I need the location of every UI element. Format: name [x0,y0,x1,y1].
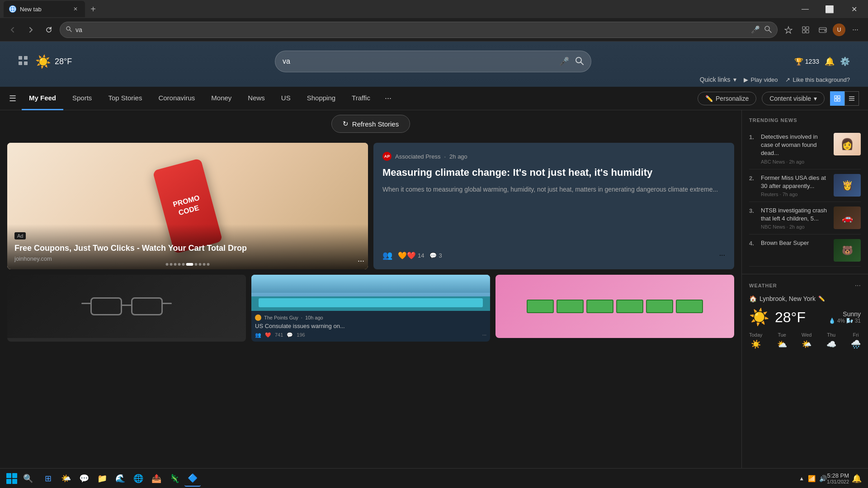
reaction-count: 14 [418,252,424,259]
comment-button[interactable]: 💬 3 [429,252,442,259]
taskbar-arrow-icon[interactable]: ▲ [799,475,804,482]
tab-myfeed[interactable]: My Feed [22,87,63,110]
grid-view-button[interactable] [830,91,844,106]
taskbar-edge[interactable]: 🌊 [112,470,128,487]
trending-headline-3: NTSB investigating crash that left 4 chi… [761,206,829,223]
content-visible-button[interactable]: Content visible ▾ [762,92,825,105]
weather-section: WEATHER ··· 🏠 Lynbrook, New York ✏️ ☀️ 2… [742,274,868,358]
weather-left: ☀️ 28°F [749,308,806,327]
travel-more-btn[interactable]: ··· [482,332,486,338]
mic-search-icon[interactable]: 🎤 [559,56,569,66]
tab-shopping[interactable]: Shopping [300,87,343,110]
tab-more-button[interactable]: ··· [379,94,397,103]
taskbar: 🔍 ⊞ 🌤️ 💬 📁 🌊 🌐 📤 🦎 🔷 ▲ 📶 🔊 5:28 PM 1/31/… [0,468,868,488]
weather-precipitation: 💧 4% 🌬️ 31 [829,318,861,324]
dot [178,263,181,266]
taskbar-notification-icon[interactable]: 🔔 [852,474,862,483]
tab-newtab[interactable]: New tab ✕ [4,1,85,17]
climate-card-inner: AP Associated Press · 2h ago Measuring c… [373,143,734,269]
tab-traffic[interactable]: Traffic [344,87,377,110]
back-button[interactable] [5,23,20,37]
reaction-group: 🧡❤️ 14 [398,251,424,260]
notification-bell-icon[interactable]: 🔔 [825,56,835,66]
hamburger-menu-icon[interactable]: ☰ [9,94,16,103]
taskbar-task-view[interactable]: ⊞ [40,470,56,487]
search-input[interactable] [283,57,554,66]
taskbar-file-explorer[interactable]: 📁 [94,470,110,487]
favorites-icon[interactable] [781,23,796,37]
trending-thumb-2: 👸 [834,174,861,197]
trending-item-2[interactable]: 2. Former Miss USA dies at 30 after appa… [749,169,861,202]
refresh-stories-button[interactable]: ↻ Refresh Stories [331,115,410,133]
trending-item-3[interactable]: 3. NTSB investigating crash that left 4 … [749,202,861,235]
like-background-button[interactable]: ↗ Like this background? [785,76,850,83]
card-more-menu-btn[interactable]: ··· [358,256,364,266]
taskbar-teams[interactable]: 💬 [76,470,92,487]
trending-item-4[interactable]: 4. Brown Bear Super 🐻 [749,235,861,267]
taskbar-browser-active[interactable]: 🔷 [184,470,201,487]
tab-news[interactable]: News [241,87,272,110]
taskbar-chrome[interactable]: 🌐 [130,470,146,487]
quick-links-area: Quick links ▾ ▶ Play video ↗ Like this b… [0,72,868,87]
address-input[interactable] [75,26,747,33]
taskbar-network-icon[interactable]: 📶 [808,475,816,482]
windows-logo [6,473,17,484]
location-edit-icon[interactable]: ✏️ [818,296,825,302]
refresh-button[interactable] [42,23,56,37]
personalize-button[interactable]: ✏️ Personalize [698,92,756,105]
weather-more-button[interactable]: ··· [855,282,861,290]
tab-money[interactable]: Money [204,87,239,110]
win-logo-q2 [12,473,17,478]
taskbar-clock[interactable]: 5:28 PM 1/31/2022 [827,472,849,484]
search-bar[interactable]: 🎤 [275,51,591,72]
close-window-button[interactable]: ✕ [844,1,864,17]
minimize-button[interactable]: — [795,1,816,17]
taskbar-widgets[interactable]: 🌤️ [58,470,74,487]
wallet-icon[interactable] [816,23,830,37]
travel-card[interactable]: The Points Guy · 10h ago US Consulate is… [251,275,490,342]
new-tab-button[interactable]: + [87,3,99,15]
points-badge[interactable]: 🏆 1233 [794,57,819,66]
ad-overlay: Ad Free Coupons, Just Two Clicks - Watch… [7,224,368,269]
settings-gear-icon[interactable]: ⚙️ [840,56,850,66]
mic-icon[interactable]: 🎤 [751,25,760,34]
profile-avatar[interactable]: U [833,23,845,36]
forward-button[interactable] [24,23,38,37]
svg-rect-19 [835,96,837,98]
taskbar-app8[interactable]: 🦎 [166,470,183,487]
search-submit-icon[interactable] [764,25,772,35]
search-icon[interactable] [575,56,584,67]
tab-close-btn[interactable]: ✕ [71,5,80,13]
taskbar-search-icon[interactable]: 🔍 [20,470,36,487]
tab-sports[interactable]: Sports [65,87,99,110]
maximize-button[interactable]: ⬜ [819,1,840,17]
money-card[interactable] [495,275,734,338]
tab-top-stories[interactable]: Top Stories [101,87,149,110]
tab-coronavirus[interactable]: Coronavirus [151,87,202,110]
trending-thumb-4: 🐻 [834,239,861,262]
address-bar[interactable]: 🎤 [60,22,778,38]
trending-item-1[interactable]: 1. Detectives involved in case of woman … [749,128,861,169]
trending-text-3: NTSB investigating crash that left 4 chi… [761,206,829,230]
travel-reaction-count: 741 [275,332,283,338]
climate-card[interactable]: AP Associated Press · 2h ago Measuring c… [373,143,734,269]
settings-menu-icon[interactable]: ··· [848,23,863,37]
glasses-card[interactable] [7,275,246,342]
play-video-button[interactable]: ▶ Play video [744,76,778,83]
trending-headline-1: Detectives involved in case of woman fou… [761,133,829,158]
list-view-button[interactable] [844,91,859,106]
apps-grid-icon[interactable] [18,56,28,68]
ad-card[interactable]: PROMO CODE Ad Free Coupons, Just Two Cli… [7,143,368,269]
trending-title: TRENDING NEWS [749,117,861,123]
taskbar-volume-icon[interactable]: 🔊 [819,475,827,482]
collections-icon[interactable] [798,23,813,37]
taskbar-filezilla[interactable]: 📤 [148,470,165,487]
climate-more-btn[interactable]: ··· [719,251,725,259]
quick-links-button[interactable]: Quick links ▾ [700,76,736,83]
refresh-icon: ↻ [343,120,349,128]
travel-comment-count: 196 [297,332,305,338]
browser-chrome: New tab ✕ + — ⬜ ✕ 🎤 [0,0,868,42]
window-controls: — ⬜ ✕ [795,1,864,17]
start-button[interactable] [4,470,20,487]
tab-us[interactable]: US [274,87,298,110]
